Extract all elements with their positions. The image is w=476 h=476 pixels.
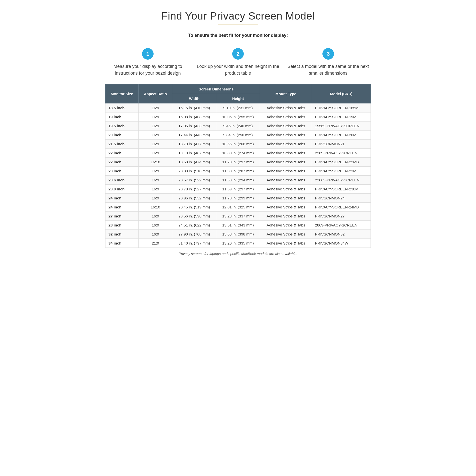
step-2-text: Look up your width and then height in th… [195, 63, 281, 77]
cell-height: 11.70 in. (297 mm) [216, 158, 260, 167]
col-width: Width [172, 94, 216, 103]
cell-width: 31.40 in. (797 mm) [172, 239, 216, 248]
cell-mount-type: Adhesive Strips & Tabs [260, 167, 312, 176]
cell-model-sku: PRIVSCNMON27 [312, 212, 371, 221]
table-row: 34 inch21:931.40 in. (797 mm)13.20 in. (… [105, 239, 371, 248]
cell-height: 11.30 in. (287 mm) [216, 167, 260, 176]
cell-model-sku: PRIVACY-SCREEN-238M [312, 185, 371, 194]
cell-model-sku: 19569-PRIVACY-SCREEN [312, 122, 371, 131]
cell-width: 16.08 in. (408 mm) [172, 112, 216, 122]
cell-height: 11.69 in. (297 mm) [216, 185, 260, 194]
step-3-circle: 3 [322, 48, 334, 60]
cell-mount-type: Adhesive Strips & Tabs [260, 239, 312, 248]
cell-model-sku: PRIVACY-SCREEN-20M [312, 131, 371, 140]
cell-aspect-ratio: 16:9 [139, 194, 172, 203]
cell-aspect-ratio: 16:10 [139, 158, 172, 167]
table-row: 24 inch16:1020.45 in. (519 mm)12.81 in. … [105, 203, 371, 212]
cell-mount-type: Adhesive Strips & Tabs [260, 185, 312, 194]
cell-aspect-ratio: 16:9 [139, 221, 172, 230]
cell-mount-type: Adhesive Strips & Tabs [260, 212, 312, 221]
col-model-sku: Model (SKU) [312, 84, 371, 103]
table-row: 21.5 inch16:918.79 in. (477 mm)10.56 in.… [105, 140, 371, 149]
cell-monitor-size: 22 inch [105, 158, 139, 167]
footer-note: Privacy screens for laptops and specific… [105, 252, 371, 256]
page-title: Find Your Privacy Screen Model [105, 10, 371, 22]
cell-aspect-ratio: 16:9 [139, 140, 172, 149]
cell-width: 27.90 in. (708 mm) [172, 230, 216, 239]
cell-height: 15.68 in. (398 mm) [216, 230, 260, 239]
cell-monitor-size: 19.5 inch [105, 122, 139, 131]
table-row: 23.8 inch16:920.78 in. (527 mm)11.69 in.… [105, 185, 371, 194]
cell-model-sku: PRIVACY-SCREEN-22MB [312, 158, 371, 167]
cell-mount-type: Adhesive Strips & Tabs [260, 176, 312, 185]
table-row: 20 inch16:917.44 in. (443 mm)9.84 in. (2… [105, 131, 371, 140]
cell-model-sku: PRIVSCNMON34W [312, 239, 371, 248]
cell-height: 13.51 in. (343 mm) [216, 221, 260, 230]
cell-mount-type: Adhesive Strips & Tabs [260, 140, 312, 149]
cell-monitor-size: 24 inch [105, 194, 139, 203]
cell-mount-type: Adhesive Strips & Tabs [260, 103, 312, 112]
cell-model-sku: PRIVACY-SCREEN-19M [312, 112, 371, 122]
col-mount-type: Mount Type [260, 84, 312, 103]
cell-height: 9.10 in. (231 mm) [216, 103, 260, 112]
cell-height: 10.80 in. (274 mm) [216, 149, 260, 158]
cell-width: 16.15 in. (410 mm) [172, 103, 216, 112]
cell-width: 18.68 in. (474 mm) [172, 158, 216, 167]
table-row: 23.6 inch16:920.57 in. (522 mm)11.58 in.… [105, 176, 371, 185]
cell-model-sku: PRIVSCNMON21 [312, 140, 371, 149]
step-1-text: Measure your display according to instru… [105, 63, 190, 77]
cell-model-sku: 2869-PRIVACY-SCREEN [312, 221, 371, 230]
steps-row: 1 Measure your display according to inst… [105, 48, 371, 77]
cell-height: 13.28 in. (337 mm) [216, 212, 260, 221]
cell-monitor-size: 22 inch [105, 149, 139, 158]
cell-aspect-ratio: 16:10 [139, 203, 172, 212]
cell-aspect-ratio: 16:9 [139, 112, 172, 122]
col-height: Height [216, 94, 260, 103]
step-2-circle: 2 [232, 48, 244, 60]
cell-width: 20.45 in. (519 mm) [172, 203, 216, 212]
cell-aspect-ratio: 16:9 [139, 176, 172, 185]
cell-aspect-ratio: 16:9 [139, 149, 172, 158]
cell-aspect-ratio: 16:9 [139, 230, 172, 239]
cell-monitor-size: 21.5 inch [105, 140, 139, 149]
cell-width: 24.51 in. (622 mm) [172, 221, 216, 230]
table-row: 32 inch16:927.90 in. (708 mm)15.68 in. (… [105, 230, 371, 239]
cell-height: 9.46 in. (240 mm) [216, 122, 260, 131]
table-row: 19 inch16:916.08 in. (408 mm)10.05 in. (… [105, 112, 371, 122]
cell-width: 20.78 in. (527 mm) [172, 185, 216, 194]
cell-monitor-size: 23.6 inch [105, 176, 139, 185]
cell-model-sku: PRIVSCNMON32 [312, 230, 371, 239]
cell-model-sku: PRIVACY-SCREEN-24MB [312, 203, 371, 212]
cell-model-sku: PRIVSCNMON24 [312, 194, 371, 203]
cell-height: 11.78 in. (299 mm) [216, 194, 260, 203]
cell-width: 17.44 in. (443 mm) [172, 131, 216, 140]
cell-aspect-ratio: 16:9 [139, 185, 172, 194]
cell-aspect-ratio: 16:9 [139, 212, 172, 221]
cell-width: 19.19 in. (487 mm) [172, 149, 216, 158]
cell-monitor-size: 27 inch [105, 212, 139, 221]
table-row: 19.5 inch16:917.06 in. (433 mm)9.46 in. … [105, 122, 371, 131]
cell-height: 9.84 in. (250 mm) [216, 131, 260, 140]
cell-height: 10.05 in. (255 mm) [216, 112, 260, 122]
cell-mount-type: Adhesive Strips & Tabs [260, 230, 312, 239]
step-1: 1 Measure your display according to inst… [105, 48, 190, 77]
cell-height: 10.56 in. (268 mm) [216, 140, 260, 149]
cell-width: 17.06 in. (433 mm) [172, 122, 216, 131]
cell-model-sku: PRIVACY-SCREEN-185M [312, 103, 371, 112]
cell-width: 18.79 in. (477 mm) [172, 140, 216, 149]
cell-monitor-size: 18.5 inch [105, 103, 139, 112]
cell-mount-type: Adhesive Strips & Tabs [260, 122, 312, 131]
cell-width: 20.09 in. (510 mm) [172, 167, 216, 176]
cell-aspect-ratio: 16:9 [139, 103, 172, 112]
table-row: 24 inch16:920.96 in. (532 mm)11.78 in. (… [105, 194, 371, 203]
step-2: 2 Look up your width and then height in … [195, 48, 281, 77]
table-row: 27 inch16:923.56 in. (598 mm)13.28 in. (… [105, 212, 371, 221]
cell-aspect-ratio: 16:9 [139, 167, 172, 176]
cell-monitor-size: 19 inch [105, 112, 139, 122]
cell-aspect-ratio: 21:9 [139, 239, 172, 248]
subtitle: To ensure the best fit for your monitor … [105, 33, 371, 38]
cell-monitor-size: 24 inch [105, 203, 139, 212]
cell-mount-type: Adhesive Strips & Tabs [260, 194, 312, 203]
cell-model-sku: 2269-PRIVACY-SCREEN [312, 149, 371, 158]
cell-width: 20.96 in. (532 mm) [172, 194, 216, 203]
